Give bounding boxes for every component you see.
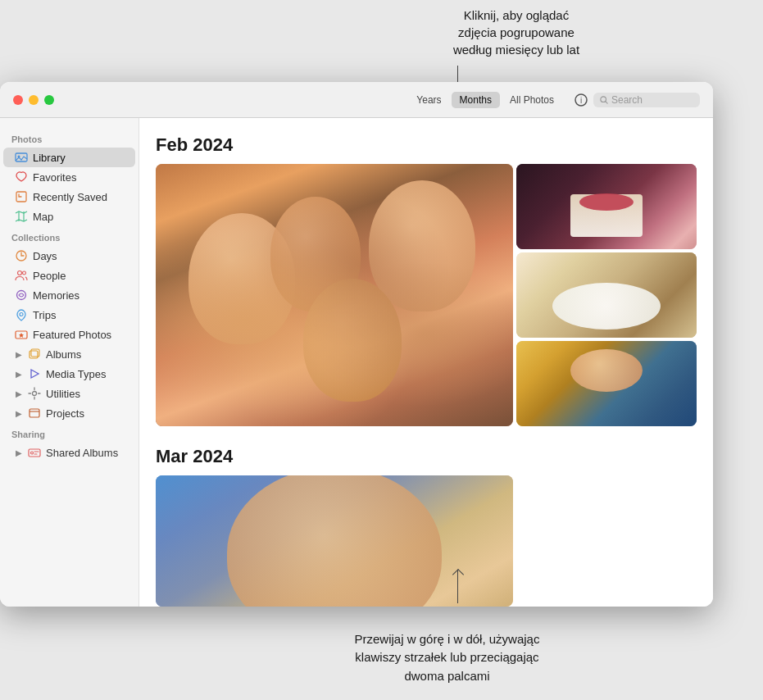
sidebar-label-utilities: Utilities bbox=[46, 388, 80, 400]
sidebar-label-media-types: Media Types bbox=[46, 368, 106, 380]
svg-rect-18 bbox=[30, 409, 39, 417]
photo-side-mar bbox=[516, 475, 697, 607]
sidebar-label-albums: Albums bbox=[46, 348, 81, 361]
sidebar-label-projects: Projects bbox=[46, 407, 84, 420]
photo-count-15: 15 bbox=[164, 172, 175, 184]
map-icon bbox=[15, 210, 28, 223]
svg-point-21 bbox=[31, 452, 34, 454]
maximize-button[interactable] bbox=[44, 95, 54, 105]
sidebar-section-collections: Collections bbox=[0, 226, 139, 246]
sidebar-item-albums[interactable]: ▶ Albums bbox=[3, 344, 135, 364]
svg-point-10 bbox=[17, 291, 26, 300]
chevron-right-icon-4: ▶ bbox=[15, 409, 23, 417]
sidebar-item-utilities[interactable]: ▶ Utilities bbox=[3, 384, 135, 403]
photo-side-feb: 16 18 20 bbox=[516, 164, 697, 426]
photo-thumb-cake[interactable]: 16 bbox=[516, 164, 697, 249]
svg-point-17 bbox=[33, 392, 37, 396]
memories-icon bbox=[15, 289, 28, 302]
sidebar-item-featured-photos[interactable]: Featured Photos bbox=[3, 325, 135, 344]
toolbar-right: Years Months All Photos i bbox=[408, 91, 700, 109]
svg-point-11 bbox=[20, 313, 23, 316]
sidebar-label-recently-saved: Recently Saved bbox=[33, 191, 107, 203]
photo-grid-mar: 15 bbox=[156, 475, 697, 607]
month-title-feb: Feb 2024 bbox=[156, 134, 697, 156]
traffic-lights bbox=[13, 95, 54, 105]
trips-icon bbox=[15, 308, 28, 321]
svg-point-9 bbox=[23, 271, 26, 275]
svg-text:i: i bbox=[580, 96, 582, 105]
sidebar-item-memories[interactable]: Memories bbox=[3, 285, 135, 305]
chevron-right-icon-2: ▶ bbox=[15, 370, 23, 378]
photo-grid-feb: 15 16 bbox=[156, 164, 697, 426]
search-box[interactable] bbox=[593, 93, 700, 107]
shared-icon bbox=[28, 446, 41, 459]
svg-point-8 bbox=[18, 271, 22, 275]
sidebar-item-map[interactable]: Map bbox=[3, 207, 135, 226]
photo-main-mar[interactable]: 15 bbox=[156, 475, 513, 607]
photo-thumb-person[interactable]: 20 bbox=[516, 341, 697, 426]
sidebar-item-trips[interactable]: Trips bbox=[3, 305, 135, 325]
month-group-mar: Mar 2024 15 bbox=[156, 446, 697, 607]
sidebar: Photos Library Favorites Recently Saved bbox=[0, 118, 139, 607]
sidebar-item-shared-albums[interactable]: ▶ Shared Albums bbox=[3, 443, 135, 462]
tab-months[interactable]: Months bbox=[452, 92, 500, 108]
search-input[interactable] bbox=[611, 94, 693, 106]
sidebar-item-recently-saved[interactable]: Recently Saved bbox=[3, 187, 135, 207]
heart-icon bbox=[15, 170, 28, 184]
tab-all-photos[interactable]: All Photos bbox=[502, 92, 562, 108]
days-icon bbox=[15, 249, 28, 262]
chevron-right-icon-5: ▶ bbox=[15, 448, 23, 457]
sidebar-label-favorites: Favorites bbox=[33, 171, 76, 184]
sidebar-section-sharing: Sharing bbox=[0, 423, 139, 443]
annotation-top: Kliknij, aby oglądać zdjęcia pogrupowane… bbox=[393, 0, 639, 58]
recent-icon bbox=[15, 190, 28, 203]
media-icon bbox=[28, 367, 41, 380]
sidebar-label-shared-albums: Shared Albums bbox=[46, 447, 118, 459]
photos-window: Years Months All Photos i bbox=[0, 82, 713, 607]
month-title-mar: Mar 2024 bbox=[156, 446, 697, 467]
sidebar-label-featured-photos: Featured Photos bbox=[33, 329, 111, 341]
sidebar-item-library[interactable]: Library bbox=[3, 148, 135, 167]
people-icon bbox=[15, 269, 28, 282]
sidebar-section-photos: Photos bbox=[0, 128, 139, 148]
close-button[interactable] bbox=[13, 95, 23, 105]
svg-line-3 bbox=[606, 101, 608, 103]
info-icon[interactable]: i bbox=[572, 91, 590, 109]
sidebar-label-days: Days bbox=[33, 250, 57, 262]
main-content: Feb 2024 15 16 bbox=[139, 118, 713, 607]
chevron-right-icon-3: ▶ bbox=[15, 389, 23, 398]
month-group-feb: Feb 2024 15 16 bbox=[156, 134, 697, 426]
sidebar-item-days[interactable]: Days bbox=[3, 246, 135, 266]
photo-thumb-food[interactable]: 18 bbox=[516, 252, 697, 338]
sidebar-label-memories: Memories bbox=[33, 289, 79, 302]
projects-icon bbox=[28, 407, 41, 420]
annotation-bottom-line bbox=[457, 570, 458, 603]
annotation-bottom: Przewijaj w górę i w dół, używając klawi… bbox=[131, 630, 763, 686]
tab-years[interactable]: Years bbox=[408, 92, 449, 108]
sidebar-item-people[interactable]: People bbox=[3, 266, 135, 285]
sidebar-item-media-types[interactable]: ▶ Media Types bbox=[3, 364, 135, 384]
sidebar-label-map: Map bbox=[33, 211, 53, 223]
albums-icon bbox=[28, 348, 41, 361]
sidebar-label-trips: Trips bbox=[33, 309, 56, 321]
window-body: Photos Library Favorites Recently Saved bbox=[0, 118, 713, 607]
photo-main-feb[interactable]: 15 bbox=[156, 164, 513, 426]
sidebar-label-people: People bbox=[33, 270, 66, 282]
sidebar-item-projects[interactable]: ▶ Projects bbox=[3, 403, 135, 423]
featured-icon bbox=[15, 328, 28, 341]
search-icon bbox=[600, 95, 608, 105]
svg-marker-16 bbox=[31, 370, 39, 378]
sidebar-label-library: Library bbox=[33, 152, 66, 164]
chevron-right-icon: ▶ bbox=[15, 350, 23, 358]
titlebar: Years Months All Photos i bbox=[0, 82, 713, 118]
svg-marker-13 bbox=[19, 333, 24, 338]
library-icon bbox=[15, 151, 28, 164]
view-tabs: Years Months All Photos bbox=[408, 92, 562, 108]
utilities-icon bbox=[28, 387, 41, 400]
sidebar-item-favorites[interactable]: Favorites bbox=[3, 167, 135, 187]
minimize-button[interactable] bbox=[29, 95, 39, 105]
